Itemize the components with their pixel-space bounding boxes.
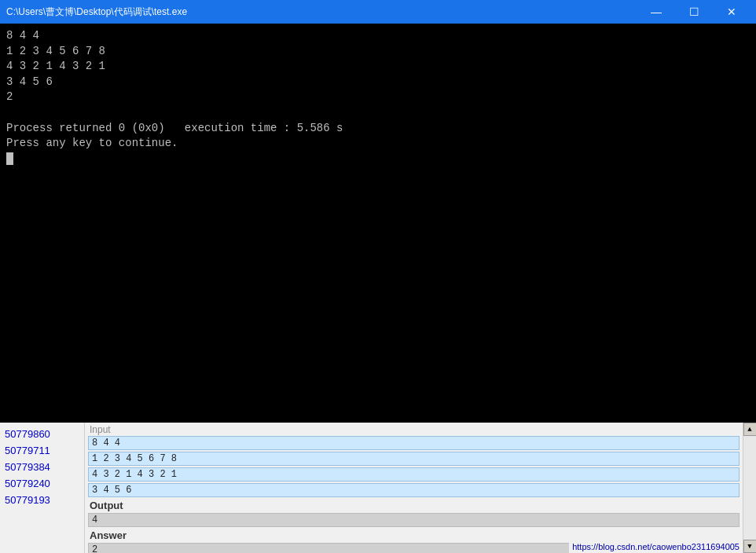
terminal-output: 8 4 4 1 2 3 4 5 6 7 8 4 3 2 1 4 3 2 1 3 … (0, 24, 756, 423)
title-bar: C:\Users\曹文博\Desktop\代码调试\test.exe — ☐ ✕ (0, 0, 756, 24)
output-value: 4 (88, 513, 739, 527)
terminal-cursor-line (6, 152, 750, 167)
sidebar-link-5[interactable]: 50779193 (0, 492, 84, 508)
terminal-line-6 (6, 105, 750, 121)
scrollbar-down[interactable]: ▼ (743, 540, 757, 553)
minimize-button[interactable]: — (638, 0, 674, 24)
window-controls: — ☐ ✕ (638, 0, 750, 24)
output-label: Output (85, 498, 743, 512)
sidebar-link-2[interactable]: 50779711 (0, 442, 84, 459)
left-sidebar: 50779860 50779711 50779384 50779240 5077… (0, 423, 85, 553)
sidebar-link-4[interactable]: 50779240 (0, 475, 84, 492)
terminal-line-1: 8 4 4 (6, 28, 750, 44)
close-button[interactable]: ✕ (714, 0, 750, 24)
main-content: Input 8 4 4 1 2 3 4 5 6 7 8 4 3 2 1 4 3 … (85, 423, 743, 553)
input-line-1: 8 4 4 (88, 436, 739, 450)
input-header: Input (85, 423, 743, 435)
terminal-line-8: Press any key to continue. (6, 136, 750, 152)
right-scrollbar: ▲ ▼ (743, 423, 756, 553)
cursor (6, 152, 13, 165)
terminal-line-5: 2 (6, 90, 750, 105)
scrollbar-up[interactable]: ▲ (743, 423, 757, 436)
maximize-button[interactable]: ☐ (676, 0, 712, 24)
terminal-line-3: 4 3 2 1 4 3 2 1 (6, 59, 750, 75)
scrollbar-track[interactable] (743, 436, 756, 540)
url-bar[interactable]: https://blog.csdn.net/caowenbo2311694005 (569, 540, 743, 553)
terminal-line-4: 3 4 5 6 (6, 75, 750, 90)
terminal-line-7: Process returned 0 (0x0) execution time … (6, 121, 750, 137)
title-text: C:\Users\曹文博\Desktop\代码调试\test.exe (6, 5, 187, 19)
bottom-panel: 50779860 50779711 50779384 50779240 5077… (0, 423, 756, 553)
sidebar-link-1[interactable]: 50779860 (0, 426, 84, 442)
input-line-2: 1 2 3 4 5 6 7 8 (88, 452, 739, 466)
input-line-4: 3 4 5 6 (88, 483, 739, 497)
terminal-line-2: 1 2 3 4 5 6 7 8 (6, 44, 750, 60)
sidebar-link-3[interactable]: 50779384 (0, 459, 84, 475)
input-line-3: 4 3 2 1 4 3 2 1 (88, 467, 739, 482)
